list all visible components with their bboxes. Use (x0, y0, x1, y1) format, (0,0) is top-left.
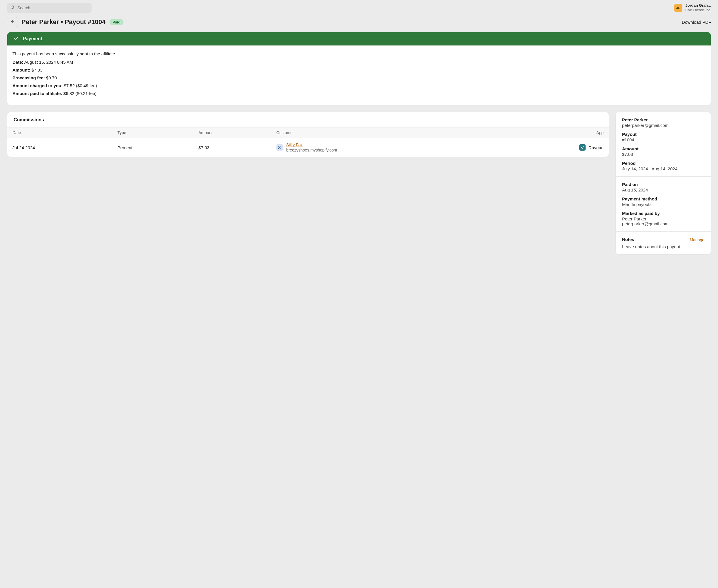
payout-value: #1004 (622, 137, 704, 142)
search-icon (11, 5, 15, 11)
customer-avatar (276, 144, 283, 151)
marked-email: peterparker@gmail.com (622, 221, 704, 226)
svg-rect-2 (279, 147, 280, 148)
sidebar-card: Peter Parker peterparker@gmail.com Payou… (615, 112, 711, 255)
manage-notes-link[interactable]: Manage (690, 237, 704, 242)
search-box[interactable] (7, 3, 91, 13)
payment-fee-value: $0.70 (46, 75, 57, 80)
col-amount: Amount (193, 127, 271, 138)
user-name: Jordan Grah... (685, 3, 711, 8)
affiliate-email: peterparker@gmail.com (622, 123, 704, 128)
payment-charged-label: Amount charged to you: (13, 83, 63, 88)
col-app: App (498, 127, 609, 138)
check-icon (14, 36, 19, 42)
payment-date-label: Date: (13, 60, 23, 65)
payment-amount-value: $7.03 (32, 67, 43, 72)
affiliate-name: Peter Parker (622, 117, 704, 122)
method-value: Mantle payouts (622, 202, 704, 207)
arrow-left-icon (9, 19, 15, 25)
commissions-title: Commissions (7, 112, 609, 127)
payment-date-value: August 15, 2024 8:45 AM (24, 60, 73, 65)
page-title: Peter Parker • Payout #1004 (21, 18, 105, 26)
search-input[interactable] (17, 5, 88, 10)
app-name: Raygun (589, 145, 603, 150)
download-pdf-link[interactable]: Download PDF (682, 20, 711, 25)
payment-paid-label: Amount paid to affiliate: (13, 91, 62, 96)
period-value: July 14, 2024 - Aug 14, 2024 (622, 166, 704, 171)
col-type: Type (112, 127, 193, 138)
cell-type: Percent (112, 138, 193, 157)
svg-rect-1 (281, 146, 281, 147)
payment-amount-label: Amount: (13, 67, 30, 72)
paid-on-value: Aug 15, 2024 (622, 187, 704, 192)
svg-rect-0 (278, 146, 279, 147)
payout-label: Payout (622, 132, 704, 137)
amount-label: Amount (622, 146, 704, 151)
user-menu[interactable]: JG Jordan Grah... Five Friends Inc. (674, 3, 711, 12)
user-org: Five Friends Inc. (685, 8, 711, 13)
payment-success-message: This payout has been successfully sent t… (13, 51, 705, 56)
commissions-card: Commissions Date Type Amount Customer Ap… (7, 112, 609, 157)
payment-charged-value: $7.52 ($0.49 fee) (64, 83, 97, 88)
customer-domain: breezyshoes.myshopify.com (286, 147, 337, 153)
marked-name: Peter Parker (622, 216, 704, 221)
svg-rect-4 (281, 148, 281, 149)
notes-label: Notes (622, 237, 634, 242)
method-label: Payment method (622, 196, 704, 201)
period-label: Period (622, 161, 704, 166)
status-badge: Paid (109, 19, 123, 25)
paid-on-label: Paid on (622, 182, 704, 187)
cell-date: Jul 24 2024 (7, 138, 112, 157)
amount-value: $7.03 (622, 152, 704, 157)
back-button[interactable] (7, 17, 17, 27)
table-row: Jul 24 2024 Percent $7.03 Silky Fox (7, 138, 609, 157)
notes-placeholder: Leave notes about this payout (622, 244, 704, 249)
payment-paid-value: $6.82 ($0.21 fee) (63, 91, 97, 96)
col-customer: Customer (271, 127, 498, 138)
marked-label: Marked as paid by (622, 211, 704, 216)
payment-fee-label: Processing fee: (13, 75, 45, 80)
svg-rect-3 (278, 148, 279, 149)
cell-amount: $7.03 (193, 138, 271, 157)
payment-card: Payment This payout has been successfull… (7, 32, 711, 105)
customer-link[interactable]: Silky Fox (286, 142, 337, 147)
app-icon (579, 144, 586, 151)
col-date: Date (7, 127, 112, 138)
avatar: JG (674, 4, 682, 12)
payment-section-title: Payment (23, 36, 42, 41)
